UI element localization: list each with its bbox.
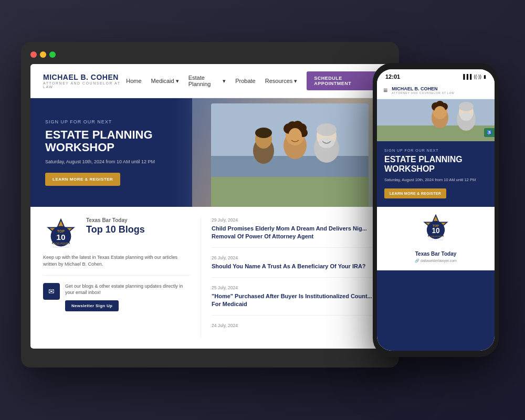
post-date-1: 29 July, 2024 xyxy=(212,217,377,223)
mobile-learn-more-button[interactable]: Learn More & Register xyxy=(384,188,446,198)
blog-heading: Top 10 Blogs xyxy=(86,224,190,235)
site-nav: Michael B. Cohen Attorney and Counselor … xyxy=(30,64,390,98)
nav-estate-planning[interactable]: Estate Planning ▾ xyxy=(188,75,226,87)
nav-medicaid[interactable]: Medicaid ▾ xyxy=(151,78,179,85)
hero-content: Sign Up For Our Next Estate Planning Wor… xyxy=(45,119,203,186)
blog-post-2: 26 July, 2024 Should You Name A Trust As… xyxy=(212,255,377,278)
mobile-status-icons: ▐▐▐ ((·)) ▮ xyxy=(461,74,486,79)
svg-point-14 xyxy=(319,138,334,148)
mobile-hero-title: Estate Planning Workshop xyxy=(384,155,487,174)
blog-source: Texas Bar Today xyxy=(86,217,190,223)
svg-text:Texas Bar Today: Texas Bar Today xyxy=(52,246,70,249)
mobile-logo-name: Michael B. Cohen xyxy=(392,86,454,91)
svg-point-34 xyxy=(459,102,474,111)
minimize-dot[interactable] xyxy=(40,51,46,58)
battery-icon: ▮ xyxy=(484,74,486,79)
mobile-mockup: 12:01 ▐▐▐ ((·)) ▮ ≡ Michael B. Cohen Att… xyxy=(373,63,499,357)
chevron-down-icon: ▾ xyxy=(176,78,179,85)
mobile-top10-badge: TOP 10 BLOG POSTS Texas Bar Today xyxy=(420,214,452,246)
mobile-badge-area: TOP 10 BLOG POSTS Texas Bar Today xyxy=(384,214,487,246)
svg-point-31 xyxy=(434,106,446,119)
desktop-screen: Michael B. Cohen Attorney and Counselor … xyxy=(30,64,390,349)
svg-rect-2 xyxy=(211,177,369,207)
post-date-3: 25 July, 2024 xyxy=(212,285,377,290)
svg-point-17 xyxy=(255,128,272,138)
newsletter-text: Get our blogs & other estate planning up… xyxy=(65,283,190,296)
svg-text:10: 10 xyxy=(432,227,440,235)
wifi-icon: ((·)) xyxy=(474,74,482,79)
mobile-hero-image: ♿ xyxy=(377,99,495,141)
blog-left-panel: TOP 10 BLOG POSTS Texas Bar Today Texas … xyxy=(43,217,190,337)
newsletter-row: ✉ Get our blogs & other estate planning … xyxy=(43,275,190,311)
svg-point-13 xyxy=(317,123,337,136)
blog-post-1: 29 July, 2024 Child Promises Elderly Mom… xyxy=(212,217,377,248)
hero-title: Estate Planning Workshop xyxy=(45,129,203,154)
nav-probate[interactable]: Probate xyxy=(235,78,256,84)
desktop-mockup: Michael B. Cohen Attorney and Counselor … xyxy=(21,42,399,368)
mobile-sign-up-label: Sign Up For Our Next xyxy=(384,149,487,152)
hero-image xyxy=(211,103,369,207)
post-title-1[interactable]: Child Promises Elderly Mom A Dream And D… xyxy=(212,225,377,240)
mobile-logo-tagline: Attorney and Counselor at Law xyxy=(392,91,454,94)
accessibility-button[interactable]: ♿ xyxy=(484,128,495,137)
post-date-2: 26 July, 2024 xyxy=(212,255,377,260)
close-dot[interactable] xyxy=(30,51,37,58)
mobile-logo: Michael B. Cohen Attorney and Counselor … xyxy=(392,86,454,94)
mobile-site-url: 🔗 dallaselderlawyer.com xyxy=(384,259,487,263)
logo-name: Michael B. Cohen xyxy=(43,73,126,81)
mobile-content: Sign Up For Our Next Estate Planning Wor… xyxy=(377,141,495,351)
hero-sign-up-label: Sign Up For Our Next xyxy=(45,119,203,124)
logo-tagline: Attorney and Counselor at Law xyxy=(43,81,126,89)
hamburger-menu-icon[interactable]: ≡ xyxy=(383,86,387,94)
svg-text:10: 10 xyxy=(56,233,65,242)
mobile-screen: 12:01 ▐▐▐ ((·)) ▮ ≡ Michael B. Cohen Att… xyxy=(377,69,495,351)
blog-post-3: 25 July, 2024 "Home" Purchased After Buy… xyxy=(212,285,377,316)
hero-section: Sign Up For Our Next Estate Planning Wor… xyxy=(30,98,390,207)
blog-posts-panel: 29 July, 2024 Child Promises Elderly Mom… xyxy=(201,217,377,337)
newsletter-sign-up-button[interactable]: Newsletter Sign Up xyxy=(65,300,119,311)
title-bar xyxy=(30,51,390,58)
logo: Michael B. Cohen Attorney and Counselor … xyxy=(43,73,126,89)
nav-home[interactable]: Home xyxy=(126,78,141,84)
scene: Michael B. Cohen Attorney and Counselor … xyxy=(0,0,525,420)
top10-badge: TOP 10 BLOG POSTS Texas Bar Today xyxy=(43,218,79,254)
nav-links: Home Medicaid ▾ Estate Planning ▾ Probat… xyxy=(126,71,377,90)
chevron-down-icon: ▾ xyxy=(294,78,297,85)
blog-post-4: 24 July, 2024 xyxy=(212,323,377,338)
newsletter-icon: ✉ xyxy=(43,283,60,300)
nav-resources[interactable]: Resources ▾ xyxy=(265,78,298,85)
mobile-hero-date: Saturday, August 10th, 2024 from 10 AM u… xyxy=(384,177,487,182)
svg-text:Texas Bar Today: Texas Bar Today xyxy=(428,238,443,240)
signal-icon: ▐▐▐ xyxy=(461,74,471,79)
svg-rect-25 xyxy=(377,125,495,141)
blog-description: Keep up with the latest in Texas Estate … xyxy=(43,254,190,267)
post-title-3[interactable]: "Home" Purchased After Buyer Is Institut… xyxy=(212,292,377,308)
learn-more-register-button[interactable]: Learn More & Register xyxy=(45,173,120,186)
post-title-2[interactable]: Should You Name A Trust As A Beneficiary… xyxy=(212,262,377,270)
mobile-hero-section: Sign Up For Our Next Estate Planning Wor… xyxy=(377,141,495,207)
post-date-4: 24 July, 2024 xyxy=(212,323,377,328)
mobile-status-bar: 12:01 ▐▐▐ ((·)) ▮ xyxy=(377,69,495,82)
mobile-nav: ≡ Michael B. Cohen Attorney and Counselo… xyxy=(377,82,495,99)
chevron-down-icon: ▾ xyxy=(223,78,226,85)
mobile-time: 12:01 xyxy=(385,74,400,80)
mobile-blog-heading: Texas Bar Today xyxy=(384,251,487,257)
svg-text:BLOG POSTS: BLOG POSTS xyxy=(52,243,69,245)
svg-point-35 xyxy=(460,112,472,121)
blog-section: TOP 10 BLOG POSTS Texas Bar Today Texas … xyxy=(30,207,390,348)
svg-text:BLOG POSTS: BLOG POSTS xyxy=(428,235,443,237)
mobile-blog-section: TOP 10 BLOG POSTS Texas Bar Today Texas … xyxy=(377,207,495,270)
maximize-dot[interactable] xyxy=(49,51,56,58)
schedule-appointment-button[interactable]: Schedule Appointment xyxy=(307,71,377,90)
hero-date: Saturday, August 10th, 2024 from 10 AM u… xyxy=(45,159,203,164)
